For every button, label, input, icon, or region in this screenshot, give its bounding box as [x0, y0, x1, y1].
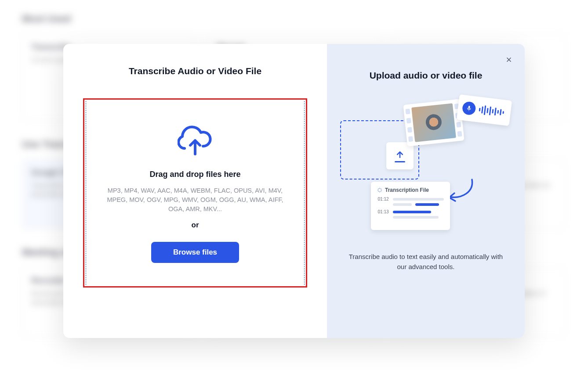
- dropzone-highlight: Drag and drop files here MP3, MP4, WAV, …: [83, 98, 307, 288]
- upload-illustration: Transcription File 01:12 01:13: [340, 103, 512, 239]
- file-dropzone[interactable]: Drag and drop files here MP3, MP4, WAV, …: [86, 101, 305, 285]
- upload-modal: Transcribe Audio or Video File Drag and …: [63, 44, 525, 338]
- sparkle-icon: [377, 187, 382, 193]
- illus-transcription-card: Transcription File 01:12 01:13: [371, 182, 450, 230]
- supported-formats: MP3, MP4, WAV, AAC, M4A, WEBM, FLAC, OPU…: [99, 186, 291, 214]
- dropzone-heading: Drag and drop files here: [99, 170, 291, 179]
- modal-left-panel: Transcribe Audio or Video File Drag and …: [63, 44, 327, 338]
- or-divider: or: [99, 221, 291, 230]
- right-panel-title: Upload audio or video file: [370, 70, 483, 81]
- microphone-icon: [462, 101, 476, 115]
- right-panel-description: Transcribe audio to text easily and auto…: [345, 252, 507, 272]
- cloud-upload-icon: [178, 125, 213, 157]
- modal-right-panel: Upload audio or video file: [327, 44, 525, 338]
- illus-video-card: [403, 99, 464, 146]
- modal-title: Transcribe Audio or Video File: [83, 66, 307, 76]
- illus-arrow-curve: [446, 177, 476, 204]
- close-button[interactable]: [504, 54, 514, 65]
- arrow-up-icon: [396, 150, 404, 159]
- illus-upload-square: [386, 142, 414, 169]
- browse-files-button[interactable]: Browse files: [151, 242, 239, 263]
- illus-audio-card: [457, 94, 512, 126]
- close-icon: [505, 56, 513, 64]
